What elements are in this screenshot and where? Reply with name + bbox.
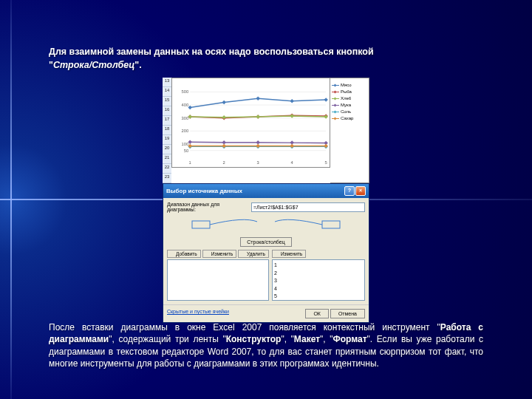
chart-area: 1314151617181920212223 50040030020010050…: [163, 78, 369, 183]
svg-text:200: 200: [182, 129, 189, 133]
svg-rect-46: [324, 144, 327, 148]
svg-text:100: 100: [182, 142, 189, 146]
edit-series-button[interactable]: Изменить: [202, 250, 236, 258]
svg-rect-30: [290, 114, 293, 117]
decoration-line-v: [10, 0, 12, 399]
svg-rect-45: [290, 144, 293, 148]
series-pane: Добавить Изменить Удалить: [167, 250, 269, 301]
svg-rect-32: [188, 140, 191, 143]
cancel-button[interactable]: Отмена: [330, 309, 365, 318]
svg-text:4: 4: [291, 160, 294, 165]
svg-rect-18: [222, 100, 225, 104]
svg-rect-43: [222, 144, 225, 148]
svg-text:300: 300: [182, 116, 189, 120]
dialog-titlebar: Выбор источника данных ? ×: [163, 184, 369, 198]
svg-rect-17: [188, 106, 191, 109]
range-label: Диапазон данных для диаграммы:: [167, 202, 248, 212]
svg-text:5: 5: [325, 160, 327, 165]
heading-term: Строка/Столбец: [53, 60, 134, 70]
heading: Для взаимной замены данных на осях надо …: [49, 46, 483, 72]
svg-rect-44: [256, 144, 259, 148]
series-listbox[interactable]: [167, 259, 269, 301]
categories-pane: Изменить 12345: [272, 250, 365, 301]
svg-text:400: 400: [182, 103, 189, 107]
dialog-select-data: Выбор источника данных ? × Диапазон данн…: [163, 183, 369, 323]
ok-button[interactable]: ОК: [305, 309, 329, 318]
categories-listbox[interactable]: 12345: [272, 259, 365, 301]
dialog-title: Выбор источника данных: [166, 188, 242, 194]
edit-categories-button[interactable]: Изменить: [272, 250, 306, 258]
svg-rect-47: [192, 221, 210, 228]
svg-text:3: 3: [257, 160, 259, 165]
screenshot-container: 1314151617181920212223 50040030020010050…: [163, 78, 369, 323]
add-series-button[interactable]: Добавить: [167, 250, 201, 258]
svg-rect-21: [324, 98, 327, 101]
swap-row-column-button[interactable]: Строка/столбец: [240, 237, 291, 247]
heading-line1: Для взаимной замены данных на осях надо …: [49, 47, 374, 57]
svg-text:50: 50: [184, 149, 188, 153]
remove-series-button[interactable]: Удалить: [238, 250, 269, 258]
svg-text:500: 500: [182, 89, 189, 94]
help-button[interactable]: ?: [344, 186, 355, 196]
row-headers: 1314151617181920212223: [163, 78, 171, 183]
hidden-cells-link[interactable]: Скрытые и пустые ячейки: [167, 309, 229, 318]
swap-diagram: [167, 215, 365, 234]
svg-text:2: 2: [223, 160, 225, 165]
svg-rect-42: [188, 144, 191, 148]
svg-text:1: 1: [189, 160, 191, 165]
range-input[interactable]: [251, 202, 365, 212]
chart-legend: МясоРыбаХлебМукаСольСахар: [330, 78, 369, 183]
svg-rect-19: [256, 97, 259, 100]
svg-rect-20: [290, 99, 293, 103]
body-text: После вставки диаграммы в окне Excel 200…: [49, 321, 483, 369]
svg-rect-48: [322, 221, 340, 228]
svg-rect-28: [222, 115, 225, 119]
chart-plot: 5004003002001005012345: [171, 78, 330, 168]
close-button[interactable]: ×: [355, 186, 366, 196]
